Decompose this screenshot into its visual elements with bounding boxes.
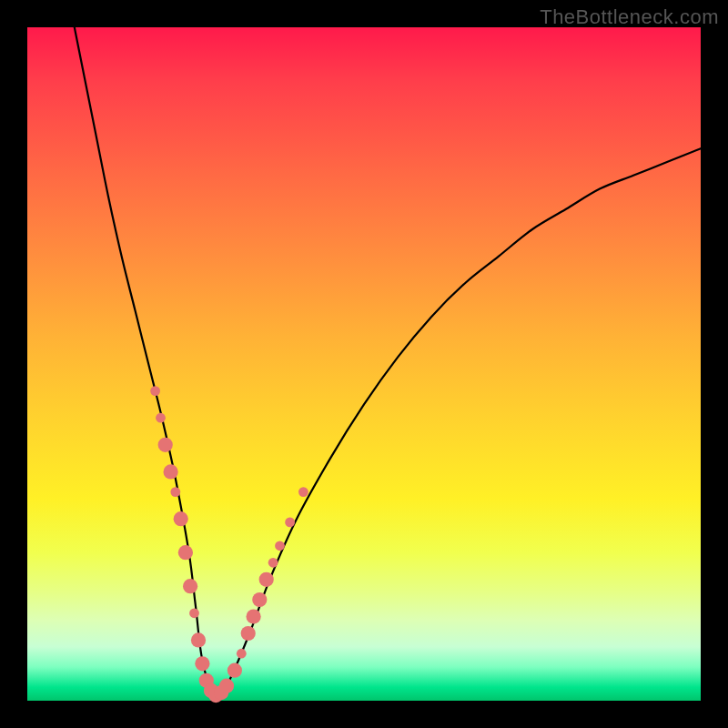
rate-point [298, 487, 308, 497]
bottleneck-curve [75, 27, 701, 702]
rate-point [228, 663, 242, 678]
rate-point [164, 464, 178, 479]
rate-point [183, 579, 197, 593]
rate-point [247, 609, 261, 623]
rate-point [158, 438, 173, 452]
rate-point [259, 572, 274, 587]
plot-area [27, 27, 701, 701]
rate-point [150, 386, 160, 396]
rate-point [195, 656, 209, 671]
rate-point [174, 511, 188, 526]
rate-point [170, 487, 180, 497]
rate-point [285, 518, 295, 528]
rate-point [268, 558, 278, 568]
chart-frame: TheBottleneck.com [0, 0, 728, 728]
rate-point [252, 592, 267, 607]
curve-layer [27, 27, 701, 701]
rate-point [275, 541, 285, 551]
watermark-text: TheBottleneck.com [540, 5, 719, 29]
rate-point [219, 679, 234, 693]
rate-point [189, 608, 199, 618]
rate-point [191, 632, 206, 647]
rate-point [237, 649, 247, 659]
rate-point [241, 626, 256, 641]
rate-point [156, 413, 166, 423]
rate-point [178, 545, 193, 560]
